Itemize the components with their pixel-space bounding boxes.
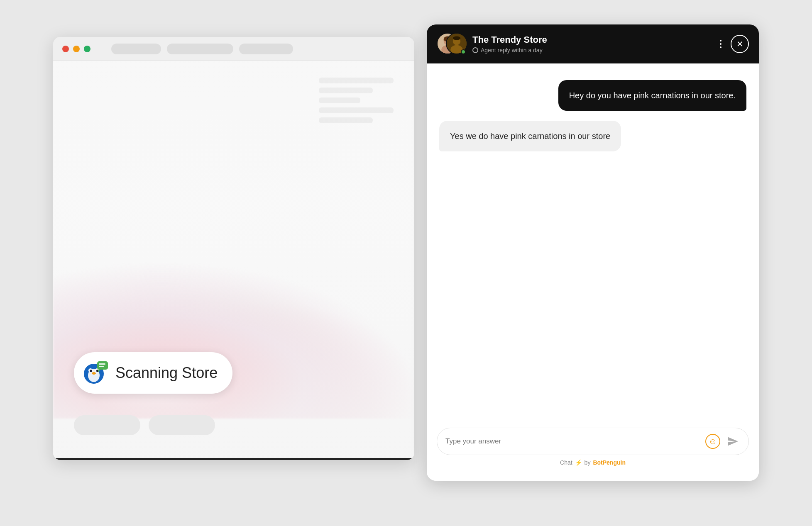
bottom-bar — [53, 458, 414, 460]
message-row-bot: Yes we do have pink carnations in our st… — [439, 121, 746, 151]
send-icon — [727, 436, 739, 447]
scanning-store-badge: Scanning Store — [74, 352, 232, 394]
header-actions[interactable]: ✕ — [717, 35, 749, 53]
svg-point-4 — [90, 370, 92, 372]
messages-area: Hey do you have pink carnations in our s… — [427, 63, 759, 419]
by-label: by — [585, 459, 591, 466]
chat-header: The Trendy Store Agent reply within a da… — [427, 24, 759, 63]
nav-pill-3 — [239, 44, 293, 54]
browser-window: Scanning Store — [53, 37, 414, 460]
dot-3 — [720, 46, 722, 48]
browser-titlebar — [53, 37, 414, 61]
brand-part2: Penguin — [603, 459, 626, 466]
agent-status-text: Agent reply within a day — [481, 47, 543, 54]
user-message-bubble: Hey do you have pink carnations in our s… — [558, 80, 746, 111]
svg-rect-7 — [97, 361, 108, 370]
emoji-button[interactable]: ☺ — [705, 434, 720, 449]
traffic-light-close[interactable] — [62, 46, 69, 52]
lightning-icon: ⚡ — [575, 459, 582, 466]
traffic-light-maximize[interactable] — [84, 46, 90, 52]
close-chat-button[interactable]: ✕ — [731, 35, 749, 53]
bot-message-bubble: Yes we do have pink carnations in our st… — [439, 121, 621, 151]
svg-rect-10 — [99, 366, 104, 367]
brand-part1: Bot — [593, 459, 602, 466]
brand-name: BotPenguin — [593, 459, 626, 466]
bot-penguin-icon — [81, 360, 108, 386]
avatar-group — [437, 33, 466, 55]
scanning-store-text: Scanning Store — [115, 364, 218, 382]
store-overlay — [53, 61, 414, 460]
store-name: The Trendy Store — [472, 34, 710, 45]
more-options-button[interactable] — [717, 37, 725, 51]
chat-widget: The Trendy Store Agent reply within a da… — [427, 24, 759, 481]
nav-pill-2 — [167, 44, 233, 54]
agent-status: Agent reply within a day — [472, 47, 710, 54]
clock-icon — [472, 47, 478, 53]
traffic-light-minimize[interactable] — [73, 46, 80, 52]
svg-point-6 — [92, 372, 96, 375]
dot-2 — [720, 43, 722, 45]
input-wrapper: ☺ — [437, 428, 749, 455]
browser-content: Scanning Store — [53, 61, 414, 460]
bottom-buttons — [74, 415, 215, 435]
send-button[interactable] — [725, 434, 740, 449]
nav-pills — [111, 44, 293, 54]
svg-rect-9 — [99, 363, 105, 365]
message-row-user: Hey do you have pink carnations in our s… — [439, 80, 746, 111]
svg-point-19 — [453, 36, 460, 40]
bot-icon — [81, 360, 108, 386]
bottom-btn-1 — [74, 415, 140, 435]
nav-pill-1 — [111, 44, 161, 54]
dot-1 — [720, 40, 722, 41]
bottom-btn-2 — [149, 415, 215, 435]
message-input[interactable] — [445, 437, 700, 446]
online-indicator — [461, 49, 466, 54]
chat-label: Chat — [560, 459, 572, 466]
header-info: The Trendy Store Agent reply within a da… — [472, 34, 710, 54]
input-area: ☺ Chat ⚡ by BotPenguin — [427, 419, 759, 481]
powered-by-footer: Chat ⚡ by BotPenguin — [437, 455, 749, 468]
